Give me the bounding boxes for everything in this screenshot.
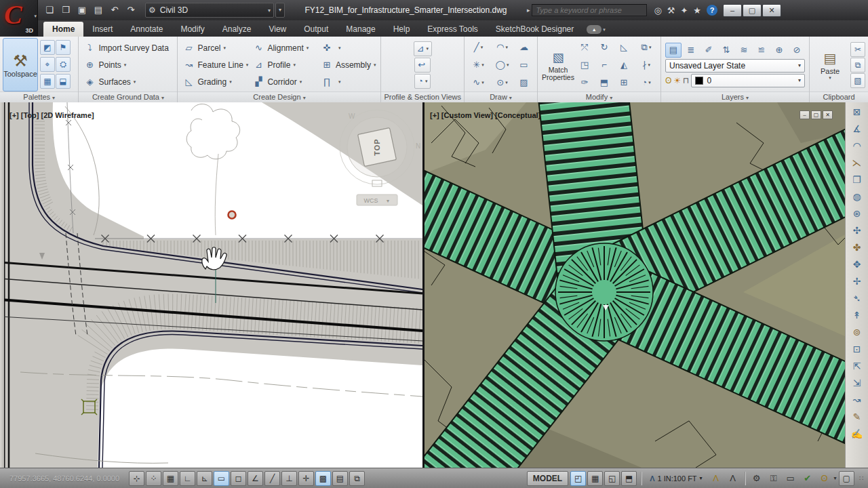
ribbon-item-alignment[interactable]: ∿Alignment▾: [250, 39, 319, 56]
dynamic-ucs-toggle[interactable]: ╱: [264, 471, 280, 486]
tab-annotate[interactable]: Annotate: [121, 22, 172, 37]
break-icon[interactable]: ∤▾: [635, 56, 658, 73]
layer-properties-icon[interactable]: ▤: [665, 43, 682, 58]
bearing-icon[interactable]: ⋋: [848, 155, 866, 171]
point-object-icon[interactable]: ✥: [848, 256, 866, 273]
dynamic-input-toggle[interactable]: ⊥: [281, 471, 297, 486]
selection-cycling-toggle[interactable]: ⧉: [349, 471, 365, 486]
ribbon-item-points[interactable]: ⊕Points▾: [81, 56, 173, 73]
tab-home[interactable]: Home: [43, 22, 83, 37]
survey-equipment-icon[interactable]: ⌖: [40, 57, 55, 72]
drawing-status-icon[interactable]: ✔: [800, 471, 815, 486]
current-layer-dropdown[interactable]: 0 ▾: [691, 74, 805, 87]
move-icon[interactable]: ⤱: [576, 39, 595, 56]
vp-minimize-button[interactable]: –: [800, 110, 810, 119]
vp-close-button[interactable]: ✕: [823, 110, 833, 119]
offset-icon[interactable]: ⌐: [595, 56, 614, 73]
rectangle-tool-icon[interactable]: ▭: [515, 56, 535, 73]
maximize-button[interactable]: ▢: [743, 4, 762, 17]
lineweight-toggle[interactable]: ✛: [298, 471, 314, 486]
rotate-icon[interactable]: ↻: [595, 39, 614, 56]
transparency-toggle[interactable]: ▩: [315, 471, 331, 486]
array-icon[interactable]: ⊞: [615, 74, 634, 91]
grid-display-toggle[interactable]: ▦: [163, 471, 178, 486]
slope-grade-icon[interactable]: ↝: [848, 392, 866, 409]
ribbon-item[interactable]: ∏▾: [319, 73, 378, 90]
paste-special-icon[interactable]: ▧: [850, 73, 865, 88]
panel-title-create-ground-data[interactable]: Create Ground Data▾: [79, 92, 177, 102]
object-snap-toggle[interactable]: ▭: [214, 471, 229, 486]
layer-off-icon[interactable]: ≌: [753, 43, 770, 58]
new-file-icon[interactable]: ❏: [42, 3, 57, 18]
quick-properties-toggle[interactable]: ▤: [332, 471, 348, 486]
tab-analyze[interactable]: Analyze: [214, 22, 260, 37]
quick-view-drawings-icon[interactable]: ⬒: [621, 471, 637, 486]
open-file-icon[interactable]: ❒: [58, 3, 73, 18]
ribbon-item-surfaces[interactable]: ◈Surfaces▾: [81, 73, 173, 90]
clean-screen-button[interactable]: ▢: [839, 471, 854, 486]
fillet-icon[interactable]: ◔▾: [635, 74, 658, 91]
layer-make-current-icon[interactable]: ⊕: [771, 43, 787, 58]
construction-line-icon[interactable]: ✳▾: [467, 56, 490, 73]
geolocation-icon[interactable]: ◍: [848, 188, 866, 205]
ribbon-item-parcel[interactable]: ▱Parcel▾: [180, 39, 250, 56]
ortho-mode-toggle[interactable]: ∟: [180, 471, 195, 486]
tab-express-tools[interactable]: Express Tools: [418, 22, 486, 37]
annotation-autoscale-icon[interactable]: Λ: [726, 471, 741, 486]
toolbar-lock-icon[interactable]: ⚿: [766, 471, 781, 486]
workspace-extra-caret[interactable]: ▾: [275, 3, 285, 18]
panel-title-layers[interactable]: Layers▾: [661, 92, 809, 102]
panel-title-palettes[interactable]: Palettes▾: [0, 92, 78, 102]
layer-isolate-icon[interactable]: ⇅: [718, 43, 734, 58]
arc-tool-icon[interactable]: ◠▾: [491, 39, 514, 56]
point-number-icon[interactable]: ✣: [848, 222, 866, 239]
point-copy-icon[interactable]: ⊚: [848, 324, 866, 341]
event-viewer-icon[interactable]: ⬓: [56, 74, 71, 89]
annotation-scale-dropdown[interactable]: Λ 1 IN:100 FT ▾: [646, 471, 706, 486]
osnap-3d-toggle[interactable]: ◻: [231, 471, 246, 486]
snap-mode-toggle[interactable]: ⁘: [146, 471, 161, 486]
layout-tabs-icon[interactable]: ▦: [587, 471, 603, 486]
hatch-tool-icon[interactable]: ▨: [515, 74, 535, 91]
tab-output[interactable]: Output: [295, 22, 337, 37]
markup-icon[interactable]: ✍: [848, 426, 866, 443]
stretch-icon[interactable]: ◳: [576, 56, 595, 73]
grid-point-icon[interactable]: ⊡: [848, 341, 866, 358]
station-offset-icon[interactable]: ↟: [848, 307, 866, 324]
polyline-tool-icon[interactable]: ∿▾: [467, 74, 490, 91]
save-icon[interactable]: ▣: [75, 3, 90, 18]
close-button[interactable]: ✕: [762, 4, 781, 17]
explode-icon[interactable]: ⬒: [595, 74, 614, 91]
panorama-icon[interactable]: ▦: [40, 74, 55, 89]
layer-on-icon[interactable]: ʘ: [665, 76, 671, 85]
revision-cloud-icon[interactable]: ☁: [515, 39, 535, 56]
trim-icon[interactable]: ◺: [615, 39, 634, 56]
vp-restore-button[interactable]: ▢: [811, 110, 821, 119]
layer-freeze-icon[interactable]: ≋: [736, 43, 752, 58]
sketch-icon[interactable]: ✎: [848, 409, 866, 426]
sheet-set-icon[interactable]: ❐: [848, 171, 866, 188]
point-slope-icon[interactable]: ✢: [848, 273, 866, 290]
ribbon-item[interactable]: ✜▾: [319, 39, 378, 56]
circle-tool-icon[interactable]: ◯▾: [491, 56, 514, 73]
match-properties-button[interactable]: ▧ Match Properties: [540, 38, 576, 92]
ribbon-item-assembly[interactable]: ⊞Assembly▾: [319, 56, 378, 73]
direction-distance-icon[interactable]: ➴: [848, 290, 866, 307]
search-icon[interactable]: ◎: [654, 5, 661, 16]
redo-icon[interactable]: ↷: [123, 3, 138, 18]
paste-button[interactable]: ▤ Paste ▾: [812, 48, 848, 82]
sample-lines-icon[interactable]: ↩: [414, 58, 431, 73]
minimize-button[interactable]: –: [723, 4, 742, 17]
model-space-button[interactable]: MODEL: [527, 471, 568, 486]
toolbox-icon[interactable]: ⛭: [56, 57, 71, 72]
quick-view-layouts-icon[interactable]: ◱: [604, 471, 620, 486]
object-snap-tracking-toggle[interactable]: ∠: [248, 471, 263, 486]
side-shot-icon[interactable]: ⇱: [848, 358, 866, 375]
ribbon-item-corridor[interactable]: ▞Corridor▾: [250, 73, 319, 90]
erase-icon[interactable]: ✑: [576, 74, 595, 91]
tab-view[interactable]: View: [260, 22, 295, 37]
workspace-switching-icon[interactable]: ⚙: [749, 471, 764, 486]
ribbon-item-grading[interactable]: ◺Grading▾: [180, 73, 250, 90]
line-tool-icon[interactable]: ╱▾: [467, 39, 490, 56]
tab-modify[interactable]: Modify: [172, 22, 213, 37]
